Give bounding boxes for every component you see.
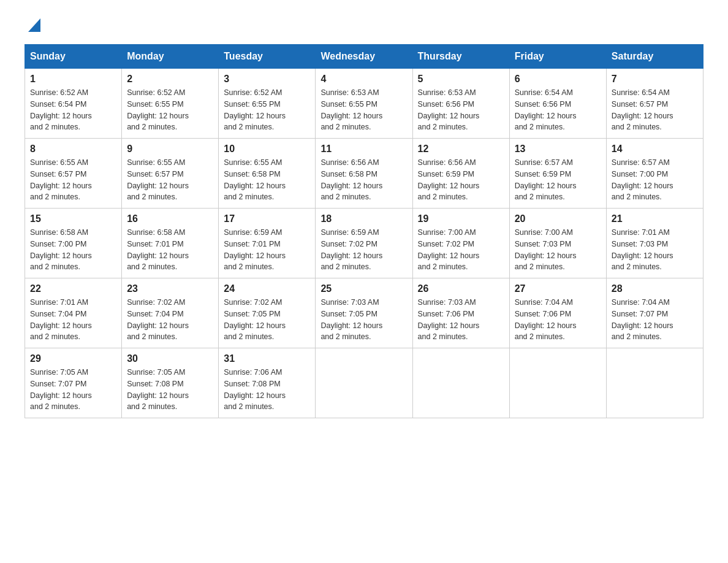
calendar-cell: 28Sunrise: 7:04 AMSunset: 7:07 PMDayligh…	[606, 278, 703, 348]
header-wednesday: Wednesday	[316, 45, 412, 69]
header-tuesday: Tuesday	[219, 45, 316, 69]
calendar-cell: 20Sunrise: 7:00 AMSunset: 7:03 PMDayligh…	[509, 209, 606, 278]
logo	[25, 18, 43, 32]
day-number: 27	[515, 283, 601, 294]
day-number: 3	[224, 74, 310, 85]
day-info: Sunrise: 6:59 AMSunset: 7:02 PMDaylight:…	[320, 227, 407, 273]
day-info: Sunrise: 7:05 AMSunset: 7:08 PMDaylight:…	[127, 367, 213, 413]
day-info: Sunrise: 7:03 AMSunset: 7:06 PMDaylight:…	[418, 297, 504, 343]
day-number: 13	[515, 144, 601, 155]
calendar-cell: 8Sunrise: 6:55 AMSunset: 6:57 PMDaylight…	[25, 139, 122, 209]
header-saturday: Saturday	[606, 45, 703, 69]
day-number: 6	[515, 74, 601, 85]
day-number: 10	[224, 144, 310, 155]
calendar-cell: 16Sunrise: 6:58 AMSunset: 7:01 PMDayligh…	[122, 209, 219, 278]
day-number: 4	[320, 74, 407, 85]
day-number: 16	[127, 213, 213, 224]
day-info: Sunrise: 6:56 AMSunset: 6:58 PMDaylight:…	[320, 157, 407, 203]
day-number: 21	[612, 213, 698, 224]
day-info: Sunrise: 6:57 AMSunset: 7:00 PMDaylight:…	[612, 157, 698, 203]
calendar-cell: 15Sunrise: 6:58 AMSunset: 7:00 PMDayligh…	[25, 209, 122, 278]
day-info: Sunrise: 6:54 AMSunset: 6:56 PMDaylight:…	[515, 87, 601, 133]
day-number: 25	[320, 283, 407, 294]
day-number: 9	[127, 144, 213, 155]
day-info: Sunrise: 6:55 AMSunset: 6:57 PMDaylight:…	[127, 157, 213, 203]
day-number: 11	[320, 144, 407, 155]
day-info: Sunrise: 6:52 AMSunset: 6:55 PMDaylight:…	[127, 87, 213, 133]
calendar-cell: 31Sunrise: 7:06 AMSunset: 7:08 PMDayligh…	[219, 348, 316, 418]
day-info: Sunrise: 6:53 AMSunset: 6:55 PMDaylight:…	[320, 87, 407, 133]
day-number: 1	[30, 74, 116, 85]
calendar-cell: 27Sunrise: 7:04 AMSunset: 7:06 PMDayligh…	[509, 278, 606, 348]
calendar-cell: 25Sunrise: 7:03 AMSunset: 7:05 PMDayligh…	[316, 278, 412, 348]
day-number: 18	[320, 213, 407, 224]
day-number: 31	[224, 353, 310, 364]
day-number: 28	[612, 283, 698, 294]
day-number: 24	[224, 283, 310, 294]
day-info: Sunrise: 6:56 AMSunset: 6:59 PMDaylight:…	[418, 157, 504, 203]
day-info: Sunrise: 6:53 AMSunset: 6:56 PMDaylight:…	[418, 87, 504, 133]
day-number: 17	[224, 213, 310, 224]
header-monday: Monday	[122, 45, 219, 69]
day-info: Sunrise: 6:58 AMSunset: 7:01 PMDaylight:…	[127, 227, 213, 273]
day-info: Sunrise: 6:54 AMSunset: 6:57 PMDaylight:…	[612, 87, 698, 133]
calendar-cell	[509, 348, 606, 418]
calendar-cell: 13Sunrise: 6:57 AMSunset: 6:59 PMDayligh…	[509, 139, 606, 209]
day-number: 23	[127, 283, 213, 294]
day-number: 22	[30, 283, 116, 294]
calendar-cell: 19Sunrise: 7:00 AMSunset: 7:02 PMDayligh…	[412, 209, 509, 278]
day-info: Sunrise: 7:05 AMSunset: 7:07 PMDaylight:…	[30, 367, 116, 413]
week-row-5: 29Sunrise: 7:05 AMSunset: 7:07 PMDayligh…	[25, 348, 703, 418]
week-row-2: 8Sunrise: 6:55 AMSunset: 6:57 PMDaylight…	[25, 139, 703, 209]
svg-marker-0	[28, 18, 40, 32]
day-number: 30	[127, 353, 213, 364]
calendar-cell: 30Sunrise: 7:05 AMSunset: 7:08 PMDayligh…	[122, 348, 219, 418]
calendar-cell: 4Sunrise: 6:53 AMSunset: 6:55 PMDaylight…	[316, 69, 412, 139]
day-info: Sunrise: 7:01 AMSunset: 7:04 PMDaylight:…	[30, 297, 116, 343]
calendar-cell: 22Sunrise: 7:01 AMSunset: 7:04 PMDayligh…	[25, 278, 122, 348]
days-header-row: SundayMondayTuesdayWednesdayThursdayFrid…	[25, 45, 703, 69]
calendar-cell: 2Sunrise: 6:52 AMSunset: 6:55 PMDaylight…	[122, 69, 219, 139]
day-number: 20	[515, 213, 601, 224]
calendar-cell: 12Sunrise: 6:56 AMSunset: 6:59 PMDayligh…	[412, 139, 509, 209]
calendar-cell: 24Sunrise: 7:02 AMSunset: 7:05 PMDayligh…	[219, 278, 316, 348]
calendar-cell: 10Sunrise: 6:55 AMSunset: 6:58 PMDayligh…	[219, 139, 316, 209]
calendar-cell: 7Sunrise: 6:54 AMSunset: 6:57 PMDaylight…	[606, 69, 703, 139]
day-number: 29	[30, 353, 116, 364]
week-row-3: 15Sunrise: 6:58 AMSunset: 7:00 PMDayligh…	[25, 209, 703, 278]
calendar-cell: 1Sunrise: 6:52 AMSunset: 6:54 PMDaylight…	[25, 69, 122, 139]
calendar-cell	[606, 348, 703, 418]
calendar-cell: 11Sunrise: 6:56 AMSunset: 6:58 PMDayligh…	[316, 139, 412, 209]
calendar-cell: 14Sunrise: 6:57 AMSunset: 7:00 PMDayligh…	[606, 139, 703, 209]
header-sunday: Sunday	[25, 45, 122, 69]
day-info: Sunrise: 6:55 AMSunset: 6:58 PMDaylight:…	[224, 157, 310, 203]
day-number: 19	[418, 213, 504, 224]
day-info: Sunrise: 7:03 AMSunset: 7:05 PMDaylight:…	[320, 297, 407, 343]
day-info: Sunrise: 6:58 AMSunset: 7:00 PMDaylight:…	[30, 227, 116, 273]
week-row-4: 22Sunrise: 7:01 AMSunset: 7:04 PMDayligh…	[25, 278, 703, 348]
day-info: Sunrise: 6:59 AMSunset: 7:01 PMDaylight:…	[224, 227, 310, 273]
day-number: 14	[612, 144, 698, 155]
day-number: 15	[30, 213, 116, 224]
day-number: 26	[418, 283, 504, 294]
day-info: Sunrise: 7:02 AMSunset: 7:05 PMDaylight:…	[224, 297, 310, 343]
day-info: Sunrise: 7:04 AMSunset: 7:06 PMDaylight:…	[515, 297, 601, 343]
calendar-cell: 9Sunrise: 6:55 AMSunset: 6:57 PMDaylight…	[122, 139, 219, 209]
calendar-cell: 6Sunrise: 6:54 AMSunset: 6:56 PMDaylight…	[509, 69, 606, 139]
day-info: Sunrise: 7:00 AMSunset: 7:02 PMDaylight:…	[418, 227, 504, 273]
day-info: Sunrise: 6:57 AMSunset: 6:59 PMDaylight:…	[515, 157, 601, 203]
day-info: Sunrise: 7:01 AMSunset: 7:03 PMDaylight:…	[612, 227, 698, 273]
day-info: Sunrise: 7:06 AMSunset: 7:08 PMDaylight:…	[224, 367, 310, 413]
calendar-table: SundayMondayTuesdayWednesdayThursdayFrid…	[25, 44, 703, 418]
calendar-cell: 21Sunrise: 7:01 AMSunset: 7:03 PMDayligh…	[606, 209, 703, 278]
calendar-cell: 3Sunrise: 6:52 AMSunset: 6:55 PMDaylight…	[219, 69, 316, 139]
calendar-cell: 17Sunrise: 6:59 AMSunset: 7:01 PMDayligh…	[219, 209, 316, 278]
day-info: Sunrise: 7:04 AMSunset: 7:07 PMDaylight:…	[612, 297, 698, 343]
calendar-cell	[316, 348, 412, 418]
week-row-1: 1Sunrise: 6:52 AMSunset: 6:54 PMDaylight…	[25, 69, 703, 139]
calendar-cell: 5Sunrise: 6:53 AMSunset: 6:56 PMDaylight…	[412, 69, 509, 139]
day-number: 2	[127, 74, 213, 85]
calendar-cell	[412, 348, 509, 418]
calendar-cell: 18Sunrise: 6:59 AMSunset: 7:02 PMDayligh…	[316, 209, 412, 278]
logo-arrow-icon	[28, 18, 40, 32]
